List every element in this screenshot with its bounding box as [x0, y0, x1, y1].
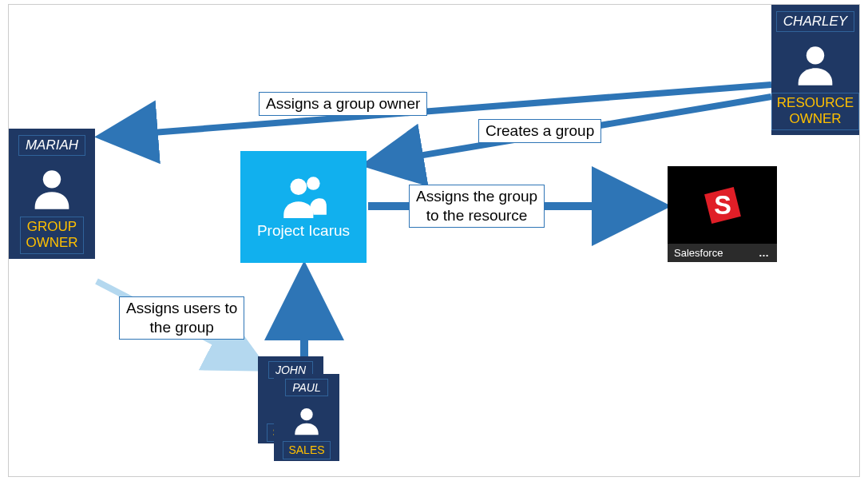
resource-label: Salesforce [674, 247, 723, 259]
user-icon [790, 38, 841, 89]
label-create-group: Creates a group [478, 119, 601, 143]
svg-point-9 [291, 178, 307, 195]
svg-line-0 [101, 85, 771, 137]
group-tile: Project Icarus [240, 151, 367, 263]
person-charley: CHARLEY RESOURCEOWNER [771, 5, 859, 135]
person-role: GROUPOWNER [20, 217, 83, 254]
svg-text:S: S [714, 190, 731, 219]
person-role: SALES [283, 441, 330, 459]
user-icon [26, 162, 77, 213]
svg-point-5 [807, 46, 824, 64]
more-icon[interactable]: … [759, 247, 771, 259]
diagram-canvas: CHARLEY RESOURCEOWNER MARIAH GROUPOWNER … [8, 4, 860, 477]
group-label: Project Icarus [257, 222, 350, 240]
person-name: MARIAH [18, 135, 85, 156]
user-icon [289, 403, 324, 438]
group-icon [277, 171, 330, 219]
person-role: RESOURCEOWNER [771, 93, 859, 130]
person-mariah: MARIAH GROUPOWNER [9, 129, 95, 259]
label-assign-group: Assigns the group to the resource [409, 185, 545, 228]
svg-point-6 [43, 170, 61, 188]
label-assign-owner: Assigns a group owner [259, 92, 427, 116]
salesforce-icon: S [668, 166, 777, 244]
person-paul: PAUL SALES [274, 374, 339, 461]
svg-point-10 [307, 177, 320, 190]
svg-point-8 [300, 408, 312, 420]
resource-tile: S Salesforce … [668, 166, 777, 262]
label-assign-users: Assigns users to the group [119, 296, 244, 340]
person-name: CHARLEY [776, 11, 854, 32]
person-name: PAUL [285, 379, 328, 396]
